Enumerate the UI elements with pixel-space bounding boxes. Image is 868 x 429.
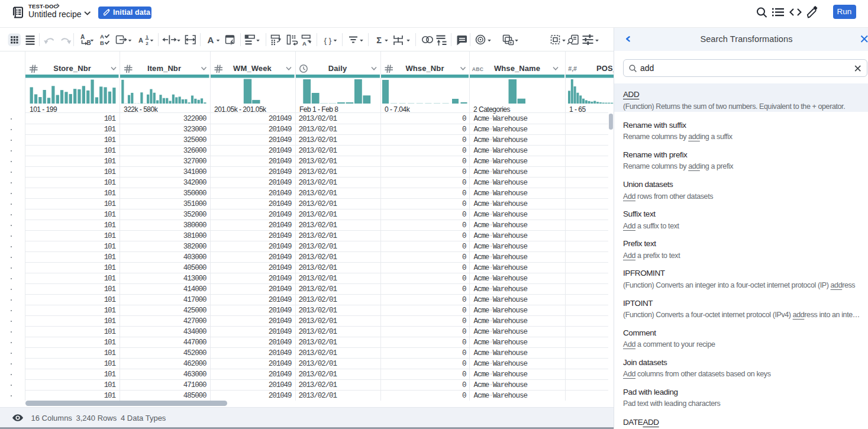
- svg-text:#,#: #,#: [568, 65, 577, 72]
